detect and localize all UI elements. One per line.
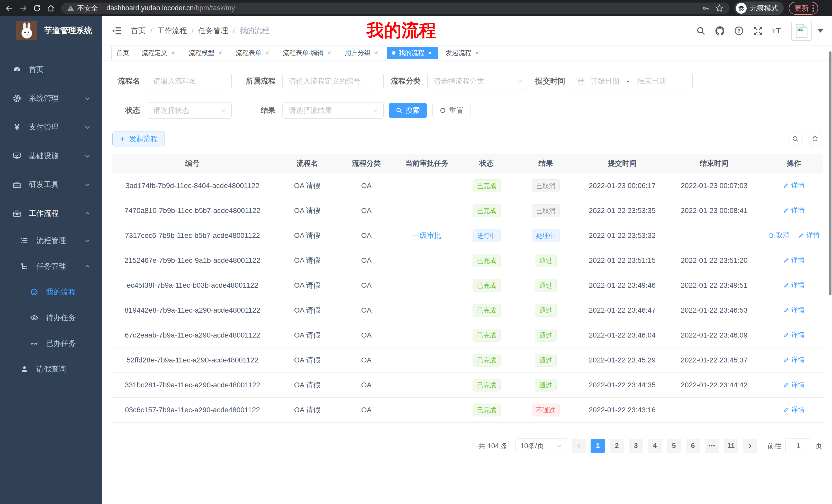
sidebar-item-payment[interactable]: ¥ 支付管理 — [0, 113, 102, 142]
more-pages-button[interactable]: ••• — [705, 439, 719, 453]
prev-page-button[interactable] — [572, 439, 586, 453]
chevron-down-icon — [220, 107, 226, 114]
close-icon[interactable] — [171, 50, 176, 56]
search-button[interactable]: 搜索 — [389, 103, 427, 118]
close-icon[interactable] — [327, 50, 332, 56]
detail-link[interactable]: 详情 — [783, 181, 805, 190]
close-icon[interactable] — [265, 50, 270, 56]
cell-submit-time: 2022-01-22 23:49:46 — [581, 273, 663, 298]
cancel-link[interactable]: 取消 — [768, 231, 789, 240]
detail-link[interactable]: 详情 — [783, 256, 805, 264]
page-button-5[interactable]: 5 — [667, 439, 681, 453]
fullscreen-icon[interactable] — [752, 25, 763, 36]
bookmark-star-icon[interactable] — [715, 4, 724, 13]
sidebar-item-infrastructure[interactable]: 基础设施 — [0, 142, 102, 170]
detail-link[interactable]: 详情 — [798, 231, 820, 240]
page-button-3[interactable]: 3 — [629, 439, 643, 453]
reset-button[interactable]: 重置 — [433, 103, 470, 118]
goto-page-input[interactable] — [785, 439, 811, 453]
close-icon[interactable] — [474, 50, 480, 56]
breadcrumb-workflow[interactable]: 工作流程 — [157, 26, 187, 36]
cell-task — [391, 248, 463, 273]
logo-rabbit-image — [16, 21, 37, 40]
sidebar-item-todo-tasks[interactable]: 待办任务 — [0, 305, 102, 331]
page-button-11[interactable]: 11 — [724, 439, 738, 453]
search-icon[interactable] — [695, 25, 706, 36]
tab-process-model[interactable]: 流程模型 — [184, 47, 228, 59]
close-icon[interactable] — [217, 50, 223, 56]
sidebar-item-done-tasks[interactable]: 已办任务 — [0, 331, 102, 356]
browser-update-button[interactable]: 更新 — [789, 2, 818, 15]
tab-start-process[interactable]: 发起流程 — [441, 47, 485, 59]
next-page-button[interactable] — [743, 439, 757, 453]
current-task-link[interactable]: 一级审批 — [412, 231, 441, 240]
sidebar-item-leave-query[interactable]: 请假查询 — [0, 356, 102, 382]
page-size-select[interactable]: 10条/页 — [516, 439, 567, 453]
browser-forward-icon[interactable] — [18, 3, 28, 13]
sidebar-item-dev-tools[interactable]: 研发工具 — [0, 170, 102, 199]
tab-my-process[interactable]: 我的流程 — [387, 47, 438, 59]
sidebar-item-system[interactable]: 系统管理 — [0, 84, 102, 113]
font-size-icon[interactable]: TT — [771, 25, 783, 36]
detail-link[interactable]: 详情 — [783, 405, 805, 414]
browser-menu-icon[interactable] — [812, 5, 814, 12]
tab-process-definition[interactable]: 流程定义 — [137, 47, 181, 59]
status-badge: 已完成 — [473, 279, 501, 292]
header-actions: ? TT — [687, 21, 832, 41]
sidebar-item-process-mgmt[interactable]: 流程管理 — [0, 228, 102, 254]
github-icon[interactable] — [714, 25, 726, 36]
refresh-table-button[interactable] — [808, 132, 822, 146]
start-process-button[interactable]: 发起流程 — [112, 132, 165, 146]
detail-link[interactable]: 详情 — [783, 330, 805, 339]
app-logo[interactable]: 芋道管理系统 — [0, 16, 102, 45]
status-select[interactable]: 请选择状态 — [147, 102, 232, 119]
browser-home-icon[interactable] — [46, 3, 56, 13]
process-definition-input[interactable] — [282, 73, 384, 89]
close-icon[interactable] — [427, 50, 433, 56]
tab-process-form-edit[interactable]: 流程表单-编辑 — [278, 47, 337, 59]
sidebar-item-task-mgmt[interactable]: 任务管理 — [0, 254, 102, 279]
page-button-4[interactable]: 4 — [648, 439, 662, 453]
security-label[interactable]: 不安全 — [77, 4, 98, 13]
detail-link[interactable]: 详情 — [783, 305, 805, 314]
svg-text:?: ? — [737, 28, 740, 34]
help-icon[interactable]: ? — [733, 25, 745, 36]
cell-id: 819442e8-7b9a-11ec-a290-acde48001122 — [112, 298, 272, 323]
breadcrumb-task-mgmt[interactable]: 任务管理 — [198, 26, 228, 36]
process-name-input[interactable] — [147, 73, 232, 89]
page-button-1[interactable]: 1 — [591, 439, 605, 453]
scrollbar-thumb[interactable] — [829, 51, 831, 296]
cell-end-time: 2022-01-23 00:07:03 — [663, 173, 765, 198]
page-button-6[interactable]: 6 — [686, 439, 700, 453]
result-select[interactable]: 请选择流结果 — [282, 102, 384, 119]
avatar-caret-icon[interactable] — [817, 29, 823, 33]
result-badge: 通过 — [535, 304, 557, 317]
detail-link[interactable]: 详情 — [783, 380, 805, 389]
cell-category: OA — [342, 323, 391, 347]
password-key-icon[interactable] — [701, 4, 711, 13]
sidebar-item-my-process[interactable]: 我的流程 — [0, 279, 102, 305]
sidebar-collapse-icon[interactable] — [111, 25, 123, 36]
avatar[interactable] — [791, 21, 812, 41]
close-icon[interactable] — [373, 50, 379, 56]
incognito-icon — [736, 3, 747, 13]
sidebar-item-workflow[interactable]: 工作流程 — [0, 199, 102, 228]
address-bar[interactable]: 不安全 dashboard.yudao.iocoder.cn /bpm/task… — [61, 3, 730, 14]
detail-link[interactable]: 详情 — [783, 206, 805, 215]
submit-time-range-picker[interactable]: 开始日期 - 结束日期 — [572, 73, 693, 89]
breadcrumb-home[interactable]: 首页 — [131, 26, 146, 36]
show-search-toggle-button[interactable] — [788, 132, 803, 146]
detail-link[interactable]: 详情 — [783, 281, 805, 289]
browser-reload-icon[interactable] — [32, 3, 42, 13]
tab-user-group[interactable]: 用户分组 — [340, 47, 384, 59]
browser-back-icon[interactable] — [4, 3, 15, 13]
tab-process-form[interactable]: 流程表单 — [231, 47, 275, 59]
sidebar-item-home[interactable]: 首页 — [0, 55, 102, 84]
edit-icon — [783, 257, 789, 263]
category-select[interactable]: 请选择流程分类 — [427, 73, 528, 89]
page-button-2[interactable]: 2 — [609, 439, 624, 453]
detail-link[interactable]: 详情 — [783, 355, 805, 364]
filter-submit-time-label: 提交时间 — [535, 76, 565, 86]
tab-home[interactable]: 首页 — [111, 47, 134, 59]
cell-task — [391, 198, 463, 223]
